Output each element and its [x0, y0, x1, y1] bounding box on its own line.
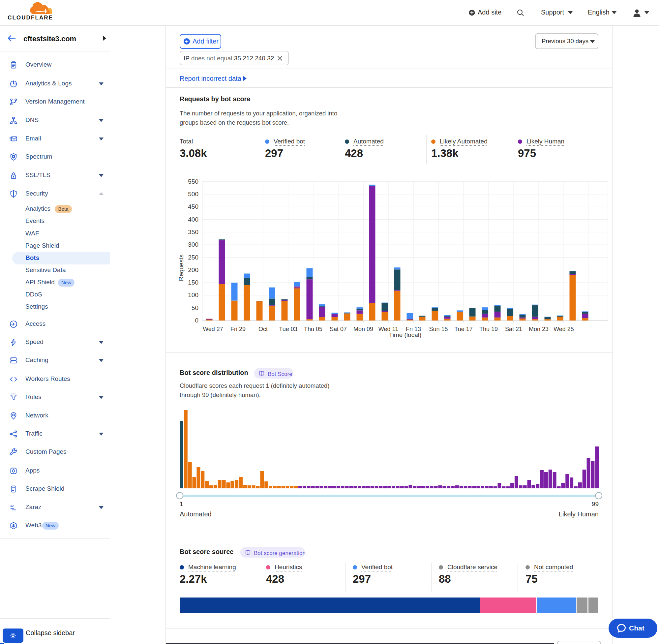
svg-text:550: 550 — [188, 178, 198, 185]
svg-text:250: 250 — [188, 254, 198, 261]
svg-text:300: 300 — [188, 241, 198, 248]
svg-text:450: 450 — [188, 203, 198, 210]
svg-text:150: 150 — [188, 279, 198, 286]
svg-text:Mon 23: Mon 23 — [529, 326, 548, 332]
svg-text:Thu 19: Thu 19 — [479, 326, 498, 332]
svg-text:Fri 29: Fri 29 — [231, 326, 245, 332]
svg-text:Tue 03: Tue 03 — [279, 326, 297, 332]
svg-text:Sun 15: Sun 15 — [429, 326, 448, 332]
svg-text:50: 50 — [191, 304, 198, 311]
svg-text:0: 0 — [195, 317, 198, 324]
svg-text:Wed 27: Wed 27 — [203, 326, 223, 332]
svg-text:Wed 25: Wed 25 — [554, 326, 574, 332]
svg-text:400: 400 — [188, 216, 198, 223]
svg-text:500: 500 — [188, 190, 198, 198]
svg-text:Sat 07: Sat 07 — [330, 326, 347, 332]
svg-text:100: 100 — [188, 292, 198, 298]
svg-text:Oct: Oct — [258, 326, 268, 332]
svg-text:Mon 09: Mon 09 — [353, 326, 373, 332]
svg-text:Thu 05: Thu 05 — [304, 326, 323, 332]
svg-text:Tue 17: Tue 17 — [454, 326, 472, 332]
svg-text:Time (local): Time (local) — [389, 331, 422, 338]
svg-text:350: 350 — [188, 229, 198, 235]
svg-text:200: 200 — [188, 267, 198, 273]
svg-text:Requests: Requests — [178, 255, 185, 281]
svg-text:Sat 21: Sat 21 — [505, 326, 522, 332]
